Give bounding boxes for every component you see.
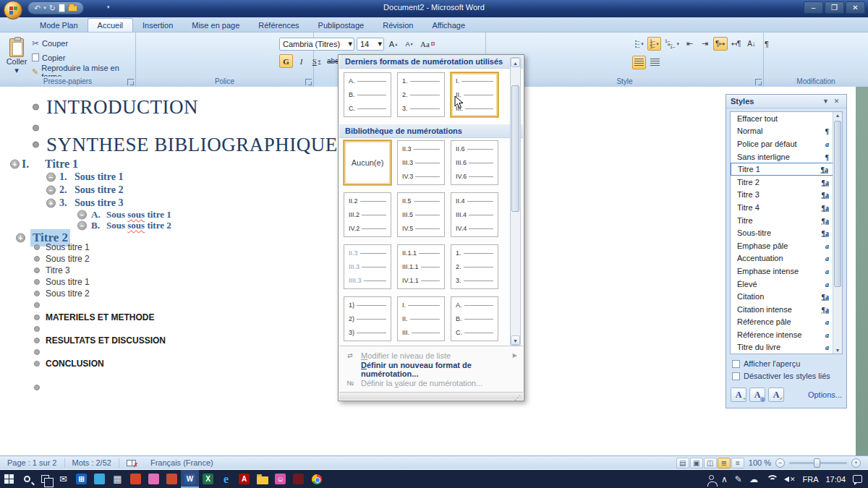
number-format-option[interactable]: II.1.1III.1.1IV.1.1 (397, 244, 445, 289)
show-preview-checkbox[interactable] (732, 360, 740, 368)
tab-mise-en-page[interactable]: Mise en page (182, 19, 249, 32)
chat-app-icon[interactable] (90, 470, 109, 488)
outline-minus-icon[interactable]: − (77, 210, 87, 219)
zoom-slider[interactable] (789, 462, 847, 464)
styles-scroll-thumb[interactable] (834, 121, 841, 287)
style-item-r-f-rence-intense[interactable]: Référence intensea (731, 328, 842, 341)
style-item-police-par-d-faut[interactable]: Police par défauta (731, 137, 842, 150)
clipboard-dialog-launcher-icon[interactable] (127, 79, 134, 85)
style-item-titre[interactable]: Titre¶a (731, 214, 842, 227)
photos-icon[interactable]: ☺ (271, 470, 289, 488)
pink-app-icon[interactable] (145, 470, 163, 488)
hidden-icons-chevron-icon[interactable]: ∧ (721, 474, 728, 484)
calculator-icon[interactable]: ▦ (109, 470, 127, 488)
style-item-titre-4[interactable]: Titre 4¶a (731, 201, 842, 214)
paste-dropdown-icon[interactable]: ▾ (14, 66, 19, 75)
zoom-slider-thumb[interactable] (814, 458, 820, 468)
fullscreen-view-button[interactable]: ▣ (690, 458, 703, 468)
style-item-sous-titre[interactable]: Sous-titre¶a (731, 226, 842, 239)
number-format-option[interactable]: 1.2.3. (397, 72, 445, 117)
number-format-option[interactable]: I.II.III. (451, 72, 498, 117)
style-item-accentuation[interactable]: Accentuationa (731, 252, 842, 265)
excel-icon[interactable]: X (199, 470, 217, 488)
disable-linked-styles-checkbox[interactable] (732, 372, 740, 380)
language-indicator[interactable]: Français (France) (143, 458, 221, 468)
clock[interactable]: 17:04 (825, 475, 846, 484)
language-switcher[interactable]: FRA (802, 475, 818, 484)
orange-app-icon[interactable] (127, 470, 145, 488)
outline-plus-icon[interactable]: + (10, 160, 20, 169)
style-item-citation-intense[interactable]: Citation intense¶a (731, 303, 842, 316)
people-icon[interactable] (709, 475, 714, 480)
page-indicator[interactable]: Page : 1 sur 2 (0, 458, 65, 468)
style-item-lev[interactable]: Élevéa (731, 278, 842, 291)
task-view-icon[interactable] (36, 470, 54, 488)
edge-icon[interactable]: e (217, 470, 235, 488)
web-view-button[interactable]: ◫ (704, 458, 717, 468)
scroll-up-icon[interactable]: ▲ (511, 58, 520, 67)
style-item-effacer-tout[interactable]: Effacer tout (731, 112, 842, 125)
action-center-icon[interactable] (853, 475, 862, 483)
red-app-icon[interactable] (163, 470, 181, 488)
outline-plus-icon[interactable]: + (46, 198, 56, 207)
menu-item-d-finir-la-valeur-de-num-rotation[interactable]: №Définir la valeur de numérotation... (339, 376, 523, 390)
number-format-option[interactable]: II.6III.6IV.6 (451, 140, 498, 185)
file-explorer-icon[interactable] (253, 470, 271, 488)
tab-r-f-rences[interactable]: Références (249, 19, 308, 32)
number-format-option[interactable]: I.II.III. (397, 296, 445, 341)
chrome-icon[interactable] (307, 470, 326, 488)
font-dialog-launcher-icon[interactable] (305, 79, 312, 85)
pen-input-icon[interactable]: ✎ (735, 474, 742, 484)
outline-minus-icon[interactable]: − (46, 185, 56, 194)
acrobat-icon[interactable]: A (235, 470, 253, 488)
document-scrollbar[interactable] (856, 87, 868, 455)
style-item-sans-interligne[interactable]: Sans interligne¶ (731, 150, 842, 163)
wifi-icon[interactable] (765, 475, 777, 484)
number-format-option[interactable]: II.3III.3IIII.3 (344, 244, 391, 289)
start-icon[interactable] (0, 470, 18, 488)
tab-mode-plan[interactable]: Mode Plan (30, 19, 88, 32)
bold-button[interactable]: G (279, 54, 293, 68)
zoom-level[interactable]: 100 % (749, 458, 771, 467)
new-style-button[interactable]: A+ (731, 388, 746, 402)
styles-scroll-down-icon[interactable]: ▼ (833, 348, 842, 353)
style-inspector-button[interactable]: A◎ (749, 388, 765, 402)
dropdown-scrollbar[interactable]: ▲ ▼ (510, 57, 521, 346)
search-icon[interactable] (18, 470, 36, 488)
style-item-emphase-intense[interactable]: Emphase intensea (731, 265, 842, 278)
tab-r-vision[interactable]: Révision (373, 19, 422, 32)
word-count[interactable]: Mots : 2/52 (65, 458, 119, 468)
style-item-titre-1[interactable]: Titre 1¶a (731, 163, 842, 176)
number-format-option[interactable]: 1.2.3. (451, 244, 498, 289)
number-format-option[interactable]: 1)2)3) (344, 296, 391, 341)
style-item-titre-3[interactable]: Titre 3¶a (731, 189, 842, 202)
style-item-citation[interactable]: Citation¶a (731, 290, 842, 303)
volume-muted-icon[interactable]: ✕ (784, 476, 796, 483)
dark-red-app-icon[interactable] (289, 470, 307, 488)
print-layout-view-button[interactable]: ▤ (676, 458, 689, 468)
styles-options-link[interactable]: Options... (808, 390, 842, 399)
scroll-down-icon[interactable]: ▼ (511, 335, 520, 345)
style-item-emphase-p-le[interactable]: Emphase pâlea (731, 239, 842, 252)
manage-styles-button[interactable]: A✓ (768, 388, 784, 402)
outline-minus-icon[interactable]: − (46, 172, 56, 181)
styles-scroll-up-icon[interactable]: ▲ (833, 113, 842, 118)
style-item-r-f-rence-p-le[interactable]: Référence pâlea (731, 316, 842, 329)
onedrive-cloud-icon[interactable]: ☁ (749, 474, 758, 484)
cut-button[interactable]: ✂Couper (32, 37, 135, 49)
style-item-titre-2[interactable]: Titre 2¶a (731, 176, 842, 189)
tab-insertion[interactable]: Insertion (133, 19, 182, 32)
number-format-option[interactable]: II.2III.2IV.2 (344, 192, 391, 237)
style-item-titre-du-livre[interactable]: Titre du livrea (731, 341, 842, 354)
style-dialog-launcher-icon[interactable] (755, 79, 762, 85)
restore-icon[interactable]: ❐ (825, 1, 844, 14)
styles-list-scrollbar[interactable]: ▲ ▼ (833, 112, 842, 354)
copy-button[interactable]: Copier (32, 51, 135, 64)
style-item-normal[interactable]: Normal¶ (731, 125, 842, 138)
zoom-in-button[interactable]: + (851, 458, 861, 468)
word-icon[interactable]: W (181, 470, 199, 488)
number-format-option[interactable]: A.B.C. (451, 296, 498, 341)
close-icon[interactable]: ✕ (846, 1, 865, 14)
office-button[interactable] (4, 1, 22, 20)
tab-affichage[interactable]: Affichage (422, 19, 475, 32)
